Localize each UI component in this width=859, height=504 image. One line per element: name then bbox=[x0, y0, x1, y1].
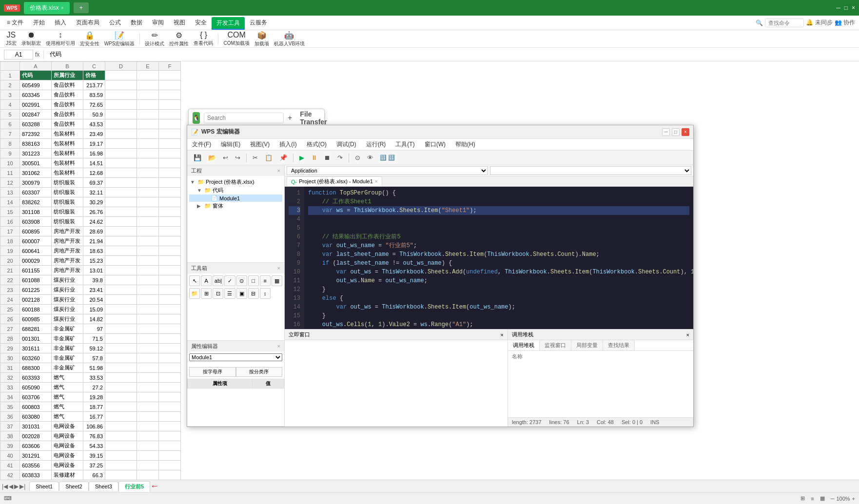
cell-C20[interactable]: 15.23 bbox=[83, 256, 105, 266]
view-icon-2[interactable]: ≡ bbox=[811, 496, 814, 502]
cell-E21[interactable] bbox=[137, 266, 159, 275]
cell-A26[interactable]: 600985 bbox=[20, 314, 52, 324]
cell-A35[interactable]: 600803 bbox=[20, 402, 52, 412]
cell-E9[interactable] bbox=[137, 149, 159, 158]
cell-D40[interactable] bbox=[105, 451, 137, 461]
me-tb-open[interactable]: 📂 bbox=[206, 153, 218, 163]
toolbox-btn-tab[interactable]: ☰ bbox=[224, 288, 235, 299]
cell-F36[interactable] bbox=[159, 412, 181, 422]
cell-F10[interactable] bbox=[159, 158, 181, 168]
cell-D6[interactable] bbox=[105, 119, 137, 129]
cs-tab-locals[interactable]: 局部变量 bbox=[571, 340, 603, 350]
cell-D32[interactable] bbox=[105, 373, 137, 383]
tab-close-icon[interactable]: × bbox=[61, 5, 64, 11]
cell-E29[interactable] bbox=[137, 344, 159, 353]
cell-C42[interactable]: 66.3 bbox=[83, 470, 105, 480]
me-close-btn[interactable]: × bbox=[682, 128, 689, 136]
tab-view[interactable]: 视图 bbox=[169, 16, 190, 30]
me-code-tab-close[interactable]: × bbox=[375, 179, 378, 184]
me-active-code-tab[interactable]: Q- Project (价格表.xlsx) - Module1 × bbox=[287, 176, 382, 186]
cell-C22[interactable]: 39.8 bbox=[83, 275, 105, 285]
nav-first[interactable]: |◀ bbox=[2, 483, 8, 490]
cell-C2[interactable]: 213.77 bbox=[83, 80, 105, 90]
cell-F32[interactable] bbox=[159, 373, 181, 383]
cell-F3[interactable] bbox=[159, 90, 181, 100]
cell-C12[interactable]: 69.37 bbox=[83, 178, 105, 188]
cs-tab-watch[interactable]: 监视窗口 bbox=[540, 340, 571, 350]
com-addins-btn[interactable]: COM COM加载项 bbox=[221, 30, 251, 48]
cell-B21[interactable]: 房地产开发 bbox=[52, 266, 83, 275]
toolbox-btn-select[interactable]: ↖ bbox=[189, 275, 200, 286]
cell-C29[interactable]: 59.12 bbox=[83, 344, 105, 353]
me-tb-pause[interactable]: ⏸ bbox=[309, 153, 320, 163]
cell-e1[interactable] bbox=[137, 71, 159, 80]
cell-A4[interactable]: 002991 bbox=[20, 100, 52, 110]
cell-D2[interactable] bbox=[105, 80, 137, 90]
tab-sheet2[interactable]: Sheet2 bbox=[59, 482, 89, 491]
toolbox-btn-label[interactable]: A bbox=[201, 275, 212, 286]
cell-B33[interactable]: 燃气 bbox=[52, 383, 83, 392]
tab-industry-top5[interactable]: 行业前5 bbox=[118, 481, 150, 492]
me-tb-watch[interactable]: 👁 bbox=[365, 153, 376, 163]
cell-B30[interactable]: 非金属矿 bbox=[52, 353, 83, 363]
cell-d1[interactable] bbox=[105, 71, 137, 80]
cell-C17[interactable]: 28.69 bbox=[83, 227, 105, 236]
cell-F37[interactable] bbox=[159, 422, 181, 431]
cell-c1[interactable]: 价格 bbox=[83, 71, 105, 80]
cell-D15[interactable] bbox=[105, 207, 137, 217]
me-menu-format[interactable]: 格式(O) bbox=[302, 139, 332, 150]
me-tb-undo[interactable]: ↩ bbox=[220, 153, 231, 163]
search-command-input[interactable] bbox=[765, 19, 804, 27]
cell-F42[interactable] bbox=[159, 470, 181, 480]
cell-D8[interactable] bbox=[105, 139, 137, 149]
cell-A9[interactable]: 301223 bbox=[20, 149, 52, 158]
cell-F39[interactable] bbox=[159, 441, 181, 451]
cell-C15[interactable]: 26.76 bbox=[83, 207, 105, 217]
cell-A39[interactable]: 603606 bbox=[20, 441, 52, 451]
cell-E25[interactable] bbox=[137, 305, 159, 314]
cell-B13[interactable]: 纺织服装 bbox=[52, 188, 83, 197]
active-file-tab[interactable]: 价格表.xlsx × bbox=[24, 2, 70, 14]
cell-A41[interactable]: 603556 bbox=[20, 461, 52, 470]
cell-A36[interactable]: 603080 bbox=[20, 412, 52, 422]
tab-sheet1[interactable]: Sheet1 bbox=[29, 482, 59, 491]
cell-C27[interactable]: 97 bbox=[83, 324, 105, 334]
cell-reference-input[interactable] bbox=[4, 50, 33, 59]
cell-A42[interactable]: 603833 bbox=[20, 470, 52, 480]
me-tb-save[interactable]: 💾 bbox=[191, 153, 204, 163]
me-menu-help[interactable]: 帮助(H) bbox=[450, 139, 480, 150]
zoom-minus-btn[interactable]: ─ bbox=[831, 496, 835, 502]
cell-E32[interactable] bbox=[137, 373, 159, 383]
cell-C14[interactable]: 30.29 bbox=[83, 197, 105, 207]
cell-B38[interactable]: 电网设备 bbox=[52, 431, 83, 441]
cell-a1[interactable]: 代码 bbox=[20, 71, 52, 80]
cell-D24[interactable] bbox=[105, 295, 137, 305]
cell-B40[interactable]: 电网设备 bbox=[52, 451, 83, 461]
cell-E20[interactable] bbox=[137, 256, 159, 266]
toolbox-btn-text[interactable]: ab| bbox=[213, 275, 223, 286]
nav-prev[interactable]: ◀ bbox=[9, 483, 13, 490]
cell-C5[interactable]: 50.9 bbox=[83, 110, 105, 119]
cell-D7[interactable] bbox=[105, 129, 137, 139]
cell-C6[interactable]: 43.53 bbox=[83, 119, 105, 129]
cell-B4[interactable]: 食品饮料 bbox=[52, 100, 83, 110]
cell-F26[interactable] bbox=[159, 314, 181, 324]
cell-C31[interactable]: 51.98 bbox=[83, 363, 105, 373]
cell-D22[interactable] bbox=[105, 275, 137, 285]
cell-A15[interactable]: 301108 bbox=[20, 207, 52, 217]
toolbox-btn-radio[interactable]: ⊙ bbox=[236, 275, 247, 286]
cell-E6[interactable] bbox=[137, 119, 159, 129]
cell-C40[interactable]: 39.15 bbox=[83, 451, 105, 461]
cell-C30[interactable]: 57.8 bbox=[83, 353, 105, 363]
cell-E2[interactable] bbox=[137, 80, 159, 90]
cell-C36[interactable]: 16.77 bbox=[83, 412, 105, 422]
cell-A10[interactable]: 300501 bbox=[20, 158, 52, 168]
cell-E35[interactable] bbox=[137, 402, 159, 412]
cell-C24[interactable]: 20.54 bbox=[83, 295, 105, 305]
view-icon-3[interactable]: ▦ bbox=[820, 495, 825, 502]
cell-F4[interactable] bbox=[159, 100, 181, 110]
cell-A23[interactable]: 601225 bbox=[20, 285, 52, 295]
col-header-f[interactable]: F bbox=[159, 62, 181, 71]
cell-D31[interactable] bbox=[105, 363, 137, 373]
cell-D14[interactable] bbox=[105, 197, 137, 207]
